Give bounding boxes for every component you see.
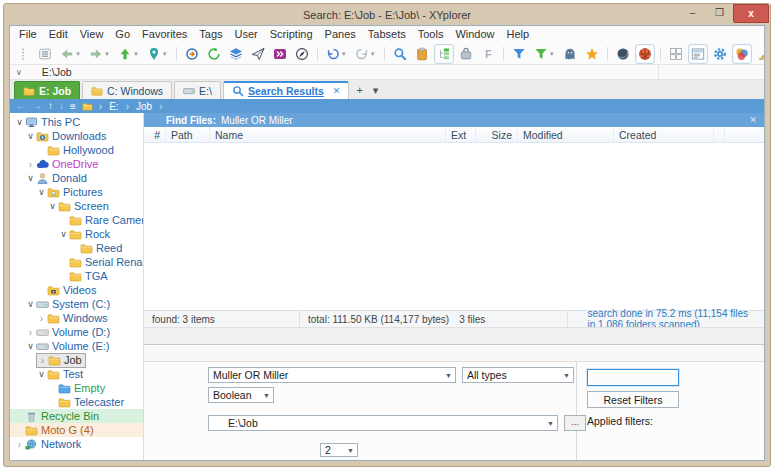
toolbar-hop-back-button[interactable] — [182, 44, 202, 64]
crumb-e[interactable]: E: — [108, 101, 119, 112]
toolbar-grip-button[interactable] — [13, 44, 33, 64]
reset-filters-button[interactable]: Reset Filters — [587, 391, 679, 408]
find-header-close-icon[interactable]: ✕ — [749, 115, 757, 125]
dropdown-caret-icon[interactable]: ▼ — [133, 51, 139, 57]
tree-item-downloads[interactable]: ∨Downloads — [10, 129, 143, 143]
tree-item-moto-g-4[interactable]: Moto G (4) — [10, 423, 143, 437]
max-depth-combobox[interactable]: 2▼ — [320, 443, 358, 457]
tree-item-network[interactable]: ›Network — [10, 437, 143, 451]
dropdown-caret-icon[interactable]: ▼ — [341, 51, 347, 57]
menu-view[interactable]: View — [74, 26, 110, 43]
crumb-job[interactable]: Job — [135, 101, 153, 112]
tree-expander-icon[interactable]: › — [14, 439, 25, 450]
toolbar-age-stamps-button[interactable] — [710, 44, 730, 64]
tree-item-rare-cameras[interactable]: Rare Cameras — [10, 213, 143, 227]
tab-search-results[interactable]: Search Results✕ — [223, 81, 349, 99]
crumb-menu-icon[interactable]: ≡ — [70, 101, 76, 112]
toolbar-find-files-button[interactable] — [390, 44, 410, 64]
menu-favorites[interactable]: Favorites — [136, 26, 193, 43]
column-header-[interactable]: # — [144, 127, 166, 142]
menu-tags[interactable]: Tags — [193, 26, 228, 43]
toolbar-dark-mode-button[interactable] — [613, 44, 633, 64]
mode-combobox[interactable]: Boolean▼ — [208, 387, 274, 403]
tree-expander-icon[interactable]: ∨ — [25, 299, 36, 309]
tree-expander-icon[interactable]: ∨ — [25, 131, 36, 141]
tree-item-donald[interactable]: ∨Donald — [10, 171, 143, 185]
menu-window[interactable]: Window — [449, 26, 500, 43]
tree-expander-icon[interactable]: ∨ — [14, 117, 25, 127]
address-row[interactable]: ∨ E:\Job — [10, 65, 764, 80]
tree-expander-icon[interactable]: › — [25, 159, 36, 170]
name-combobox[interactable]: Muller OR Miller▼ — [208, 367, 456, 383]
tree-item-system-c[interactable]: ∨System (C:) — [10, 297, 143, 311]
tab-e-job[interactable]: E: Job — [14, 81, 80, 99]
toolbar-undo-button[interactable]: ▼ — [323, 44, 350, 64]
menu-tools[interactable]: Tools — [412, 26, 450, 43]
name-value[interactable]: Muller OR Miller — [213, 369, 442, 381]
toolbar-recent-locations-button[interactable]: ▼ — [144, 44, 171, 64]
tree-item-recycle-bin[interactable]: Recycle Bin — [10, 409, 143, 423]
tree-item-empty[interactable]: Empty — [10, 381, 143, 395]
toolbar-catalog-button[interactable] — [456, 44, 476, 64]
crumb-nav-0[interactable]: ← — [16, 99, 26, 113]
column-header-name[interactable]: Name — [210, 127, 446, 142]
file-list-empty-area[interactable] — [144, 143, 764, 310]
toolbar-main-menu-button[interactable] — [35, 44, 55, 64]
toolbar-favorites-button[interactable] — [582, 44, 602, 64]
toolbar-layers-button[interactable] — [226, 44, 246, 64]
tree-item-test[interactable]: ∨Test — [10, 367, 143, 381]
tree-item-onedrive[interactable]: ›OneDrive — [10, 157, 143, 171]
tree-expander-icon[interactable]: ∨ — [58, 229, 69, 239]
toolbar-ghost-filter-button[interactable] — [560, 44, 580, 64]
dropdown-caret-icon[interactable]: ▼ — [549, 51, 555, 57]
tree-item-volume-e[interactable]: ∨Volume (E:) — [10, 339, 143, 353]
tree-item-windows[interactable]: ›Windows — [10, 311, 143, 325]
combo-caret-icon[interactable]: ▼ — [442, 372, 455, 379]
toolbar-redo-button[interactable]: ▼ — [352, 44, 379, 64]
tree-item-hollywood[interactable]: Hollywood — [10, 143, 143, 157]
toolbar-forward-button[interactable]: ▼ — [86, 44, 113, 64]
toolbar-flat-view-button[interactable]: F — [478, 44, 498, 64]
combo-caret-icon[interactable]: ▼ — [560, 372, 573, 379]
toolbar-details-view-button[interactable] — [688, 44, 708, 64]
tab-list-caret-icon[interactable]: ▾ — [368, 81, 384, 99]
type-value[interactable]: All types — [467, 369, 560, 381]
tab-close-icon[interactable]: ✕ — [333, 86, 341, 96]
tree-expander-icon[interactable]: › — [37, 355, 48, 366]
combo-caret-icon[interactable]: ▼ — [344, 447, 357, 454]
crumb-nav-2[interactable]: ↑ — [48, 99, 53, 113]
dropdown-caret-icon[interactable]: ▼ — [75, 51, 81, 57]
tree-item-serial-rename[interactable]: Serial Rename — [10, 255, 143, 269]
combo-caret-icon[interactable]: ▼ — [260, 392, 273, 399]
column-header-path[interactable]: Path — [166, 127, 210, 142]
crumb-nav-1[interactable]: → — [32, 99, 42, 113]
menu-tabsets[interactable]: Tabsets — [362, 26, 412, 43]
toolbar-back-button[interactable]: ▼ — [57, 44, 84, 64]
location-value[interactable]: E:\Job — [228, 417, 544, 429]
tree-item-tga[interactable]: TGA — [10, 269, 143, 283]
tree-item-videos[interactable]: Videos — [10, 283, 143, 297]
combo-caret-icon[interactable]: ▼ — [544, 420, 557, 427]
new-tab-button[interactable]: + — [351, 81, 367, 99]
toolbar-spot-and-jump-button[interactable] — [635, 44, 655, 64]
tree-expander-icon[interactable]: ∨ — [47, 201, 58, 211]
toolbar-highlight-button[interactable]: ▼ — [754, 44, 765, 64]
close-button[interactable]: x — [733, 4, 769, 23]
tree-item-screen[interactable]: ∨Screen — [10, 199, 143, 213]
type-combobox[interactable]: All types▼ — [462, 367, 574, 383]
column-header-size[interactable]: Size — [476, 127, 518, 142]
address-caret-icon[interactable]: ∨ — [16, 68, 22, 77]
find-now-button[interactable] — [587, 369, 679, 386]
maximize-button[interactable]: ❐ — [706, 4, 733, 20]
toolbar-visual-filter-button[interactable] — [509, 44, 529, 64]
address-path[interactable]: E:\Job — [42, 66, 72, 78]
toolbar-up-button[interactable]: ▼ — [115, 44, 142, 64]
menu-scripting[interactable]: Scripting — [264, 26, 319, 43]
tree-expander-icon[interactable]: › — [36, 313, 47, 324]
toolbar-scripting-button[interactable] — [270, 44, 290, 64]
tree-expander-icon[interactable]: › — [25, 327, 36, 338]
dropdown-caret-icon[interactable]: ▼ — [162, 51, 168, 57]
tree-item-volume-d[interactable]: ›Volume (D:) — [10, 325, 143, 339]
tab-c-windows[interactable]: C: Windows — [82, 81, 172, 99]
toolbar-paste-button[interactable] — [412, 44, 432, 64]
